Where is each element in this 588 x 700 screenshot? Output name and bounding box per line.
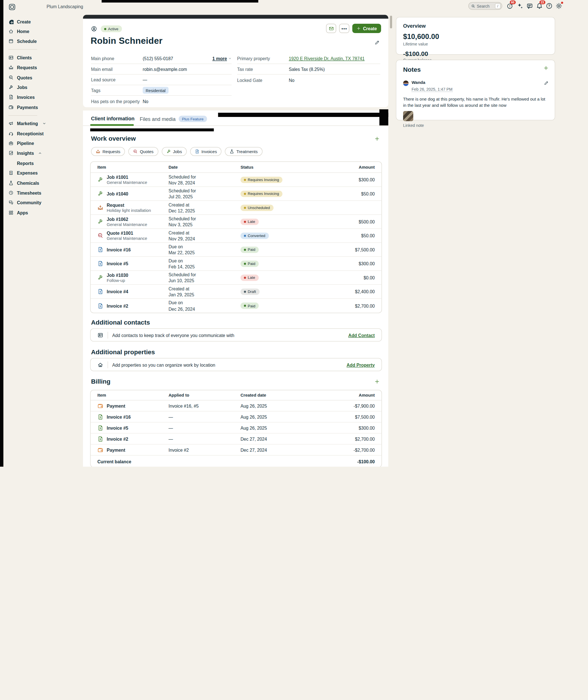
sidebar-item-home[interactable]: Home xyxy=(8,27,42,36)
note-author: Wanda xyxy=(412,80,453,85)
sidebar-item-timesheets[interactable]: Timesheets xyxy=(8,188,42,198)
scrollbar[interactable] xyxy=(390,16,392,29)
additional-properties-card: Add properties so you can organize work … xyxy=(90,358,382,372)
column-header: Created date xyxy=(241,393,328,398)
add-billing-icon[interactable] xyxy=(374,379,380,385)
filter-chip-invoices[interactable]: Invoices xyxy=(190,147,222,156)
tab-files-and-media[interactable]: Files and media Plus Feature xyxy=(140,116,207,122)
chevron-up-icon xyxy=(38,151,42,155)
field-main-phone: Main phone (512) 555-0187 1 more xyxy=(91,53,232,64)
app-window: Plum Landscaping Search / 60 23 Create H… xyxy=(0,0,588,467)
more-phones-link[interactable]: 1 more xyxy=(212,56,231,61)
edit-note-icon[interactable] xyxy=(544,80,549,86)
breadcrumb[interactable]: Plum Landscaping xyxy=(47,4,83,9)
quote-icon xyxy=(97,233,103,239)
briefcase-icon xyxy=(8,141,14,146)
billing-row-invoice-16[interactable]: Invoice #16 — Aug 26, 2025 $7,500.00 xyxy=(91,412,382,423)
create-button[interactable]: Create xyxy=(352,24,381,33)
sidebar-divider xyxy=(8,115,37,115)
sidebar-item-create[interactable]: Create xyxy=(8,17,42,27)
active-tab-underline xyxy=(90,124,134,126)
email-client-button[interactable] xyxy=(326,24,336,33)
sidebar-item-quotes[interactable]: Quotes xyxy=(8,72,42,82)
tag-residential[interactable]: Residential xyxy=(143,87,169,94)
more-actions-button[interactable]: ••• xyxy=(339,24,349,33)
table-row-job-1001[interactable]: Job #1001General Maintenance Scheduled f… xyxy=(91,173,382,187)
filter-chip-jobs[interactable]: Jobs xyxy=(161,147,187,156)
status-dot xyxy=(104,28,106,30)
column-header: Amount xyxy=(328,165,375,170)
sidebar-item-pipeline[interactable]: Pipeline xyxy=(8,138,42,148)
property-address-link[interactable]: 1920 E Riverside Dr, Austin, TX 78741 xyxy=(289,56,365,61)
screenshot-artifact xyxy=(379,109,388,125)
field-locked-gate: Locked Gate No xyxy=(237,75,380,85)
add-property-link[interactable]: Add Property xyxy=(347,362,375,367)
filter-chip-quotes[interactable]: Quotes xyxy=(128,147,158,156)
field-tax-rate: Tax rate Sales Tax (8.25%) xyxy=(237,64,380,75)
sidebar-item-chemicals[interactable]: Chemicals xyxy=(8,178,42,188)
help-button[interactable] xyxy=(546,3,553,9)
sidebar-item-insights[interactable]: Insights xyxy=(8,148,42,158)
sidebar-item-apps[interactable]: Apps xyxy=(8,208,42,217)
note-attachment-photo[interactable] xyxy=(403,111,413,121)
sidebar-item-jobs[interactable]: Jobs xyxy=(8,82,42,92)
edit-client-icon[interactable] xyxy=(374,40,380,45)
sidebar-item-requests[interactable]: Requests xyxy=(8,62,42,72)
screenshot-artifact xyxy=(102,0,258,3)
add-note-icon[interactable] xyxy=(543,65,549,71)
table-row-invoice-5[interactable]: Invoice #5 Due onFeb 14, 2025 Paid $300.… xyxy=(91,257,382,271)
invoice-icon xyxy=(97,261,103,267)
sidebar-item-marketing[interactable]: Marketing xyxy=(8,118,42,128)
chevron-down-icon xyxy=(228,57,232,60)
table-row-job-1040[interactable]: Job #1040 Scheduled forJul 20, 2025 Requ… xyxy=(91,187,382,201)
timer-button[interactable]: 60 xyxy=(506,3,513,9)
hammer-icon xyxy=(8,85,14,90)
table-row-job-1030[interactable]: Job #1030Follow-up Scheduled forJun 10, … xyxy=(91,271,382,285)
sidebar-item-reports[interactable]: Reports xyxy=(8,158,42,168)
invoice-icon xyxy=(97,436,103,442)
billing-row-payment-2[interactable]: Payment Invoice #2 Dec 27, 2024 -$2,700.… xyxy=(91,445,382,456)
sidebar-item-community[interactable]: Community xyxy=(8,198,42,208)
ai-button[interactable] xyxy=(517,3,523,9)
headset-icon xyxy=(8,131,14,136)
settings-button[interactable] xyxy=(556,3,562,9)
billing-row-invoice-5[interactable]: Invoice #5 — Aug 26, 2025 $300.00 xyxy=(91,423,382,434)
messages-button[interactable] xyxy=(526,3,533,9)
field-lead-source: Lead source — xyxy=(91,75,232,85)
column-header: Item xyxy=(97,165,169,170)
column-header: Item xyxy=(97,393,169,398)
filter-chip-requests[interactable]: Requests xyxy=(91,147,125,156)
sidebar-item-schedule[interactable]: Schedule xyxy=(8,36,42,46)
table-row-quote-1001[interactable]: Quote #1001General Maintenance Created a… xyxy=(91,229,382,243)
screenshot-artifact xyxy=(90,128,214,132)
add-work-icon[interactable] xyxy=(374,136,380,142)
overview-card: Overview $10,600.00 Lifetime value -$100… xyxy=(396,17,555,55)
search-shortcut-key: / xyxy=(495,3,501,9)
add-contact-link[interactable]: Add Contact xyxy=(348,332,375,337)
filter-chip-treatments[interactable]: Treatments xyxy=(225,147,262,156)
table-row-invoice-2[interactable]: Invoice #2 Due onDec 26, 2024 Paid $2,70… xyxy=(91,299,382,313)
sidebar-item-receptionist[interactable]: Receptionist xyxy=(8,128,42,138)
table-row-invoice-16[interactable]: Invoice #16 Due onMar 22, 2025 Paid $7,5… xyxy=(91,243,382,257)
plus-feature-badge: Plus Feature xyxy=(179,116,207,122)
sidebar-item-expenses[interactable]: Expenses xyxy=(8,168,42,178)
notifications-button[interactable]: 23 xyxy=(536,3,543,9)
table-row-invoice-4[interactable]: Invoice #4 Created atJan 29, 2025 Draft … xyxy=(91,285,382,299)
clients-icon xyxy=(8,55,14,60)
overview-title: Overview xyxy=(403,23,548,29)
billing-row-payment[interactable]: Payment Invoice #16, #5 Aug 26, 2025 -$7… xyxy=(91,401,382,412)
search-input[interactable]: Search / xyxy=(468,2,502,10)
sidebar-item-invoices[interactable]: Invoices xyxy=(8,92,42,102)
app-logo-icon[interactable] xyxy=(8,3,16,11)
status-badge: Paid xyxy=(241,302,259,309)
screenshot-artifact xyxy=(218,113,388,117)
table-row-job-1062[interactable]: Job #1062General Maintenance Scheduled f… xyxy=(91,215,382,229)
column-header: Status xyxy=(241,165,328,170)
sidebar-item-payments[interactable]: Payments xyxy=(8,102,42,112)
tab-client-information[interactable]: Client information xyxy=(91,116,135,122)
invoice-icon xyxy=(97,425,103,431)
hammer-icon xyxy=(97,177,103,183)
billing-row-invoice-2[interactable]: Invoice #2 — Dec 27, 2024 $2,700.00 xyxy=(91,434,382,445)
table-row-request[interactable]: RequestHoliday light installation Create… xyxy=(91,201,382,215)
sidebar-item-clients[interactable]: Clients xyxy=(8,53,42,62)
